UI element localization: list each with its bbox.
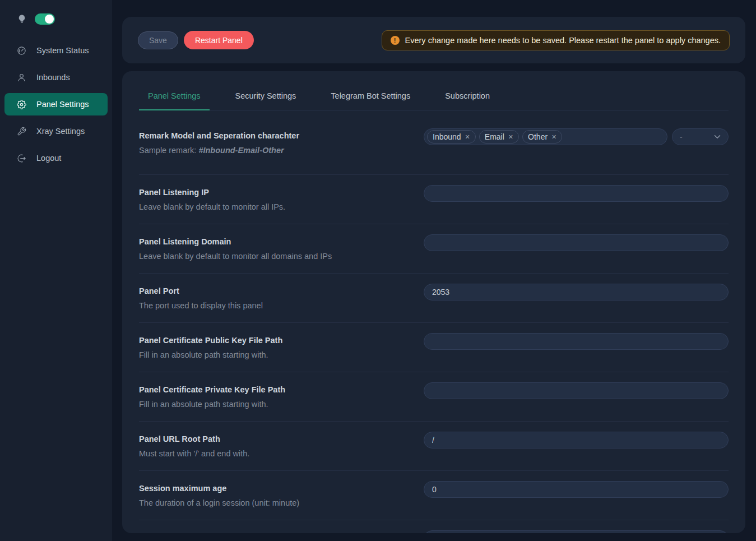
sample-remark-text: #Inbound-Email-Other: [198, 146, 284, 155]
session-max-age-input[interactable]: [424, 481, 729, 498]
sidebar: System Status Inbounds Panel Settings: [0, 0, 112, 541]
chevron-down-icon: [714, 135, 721, 139]
panel-port-input[interactable]: [424, 284, 729, 300]
row-label: Panel Listening IP: [139, 187, 401, 198]
form-row-session-max-age: Session maximum age The duration of a lo…: [139, 471, 729, 520]
cert-private-key-input[interactable]: [424, 382, 729, 399]
row-description: Must start with '/' and end with.: [139, 448, 401, 459]
theme-toggle-row: [0, 0, 112, 28]
row-description: Fill in an absolute path starting with.: [139, 399, 401, 410]
tab-security-settings[interactable]: Security Settings: [226, 91, 305, 110]
wrench-icon: [17, 127, 26, 136]
sidebar-item-label: Xray Settings: [36, 127, 85, 136]
form-row-cert-private-key: Panel Certificate Private Key File Path …: [139, 372, 729, 422]
row-description: The port used to display this panel: [139, 300, 401, 311]
row-label: Remark Model and Seperation charachter: [139, 130, 401, 141]
sidebar-item-xray-settings[interactable]: Xray Settings: [4, 120, 108, 142]
sidebar-item-panel-settings[interactable]: Panel Settings: [4, 93, 108, 115]
sidebar-item-label: Logout: [36, 154, 61, 163]
dark-mode-toggle[interactable]: [35, 13, 55, 25]
row-input-col: [424, 185, 729, 202]
row-input-col: [424, 481, 729, 498]
partial-row-input[interactable]: [424, 530, 729, 533]
row-label-col: Panel Port The port used to display this…: [139, 285, 424, 311]
remove-tag-icon[interactable]: ✕: [465, 134, 470, 140]
sidebar-item-label: System Status: [36, 46, 89, 55]
settings-card: Panel Settings Security Settings Telegra…: [122, 71, 745, 533]
row-description: Sample remark: #Inbound-Email-Other: [139, 145, 401, 156]
form-row-listening-ip: Panel Listening IP Leave blank by defaul…: [139, 175, 729, 224]
tag-label: Inbound: [433, 132, 461, 141]
row-input-col: [424, 234, 729, 251]
row-label-col: Session maximum age The duration of a lo…: [139, 483, 424, 508]
row-label: Session maximum age: [139, 483, 401, 494]
row-description-prefix: Sample remark:: [139, 146, 198, 155]
sidebar-menu: System Status Inbounds Panel Settings: [0, 35, 112, 174]
listening-ip-input[interactable]: [424, 185, 729, 202]
sidebar-item-label: Panel Settings: [36, 100, 89, 109]
row-label-col: Panel URL Root Path Must start with '/' …: [139, 433, 424, 459]
tab-panel-settings[interactable]: Panel Settings: [139, 91, 210, 110]
row-label: Panel Certificate Public Key File Path: [139, 335, 401, 346]
form-row-listening-domain: Panel Listening Domain Leave blank by de…: [139, 224, 729, 274]
settings-tabs: Panel Settings Security Settings Telegra…: [139, 71, 729, 110]
row-description: The duration of a login session (unit: m…: [139, 497, 401, 508]
tag-other[interactable]: Other ✕: [522, 130, 562, 144]
row-description: Fill in an absolute path starting with.: [139, 349, 401, 360]
alert-text: Every change made here needs to be saved…: [405, 36, 721, 45]
row-input-col: Inbound ✕ Email ✕ Other ✕ -: [424, 128, 729, 145]
listening-domain-input[interactable]: [424, 234, 729, 251]
lightbulb-icon: [17, 14, 27, 24]
restart-warning-alert: ! Every change made here needs to be sav…: [382, 30, 730, 50]
select-value: -: [680, 132, 683, 141]
row-description: Leave blank by default to monitor all do…: [139, 251, 401, 262]
restart-panel-button[interactable]: Restart Panel: [184, 31, 254, 49]
dashboard-icon: [17, 46, 26, 56]
row-input-col: [424, 382, 729, 399]
row-label: Panel Certificate Private Key File Path: [139, 384, 401, 395]
row-label-col: Remark Model and Seperation charachter S…: [139, 130, 424, 156]
tag-label: Other: [528, 132, 548, 141]
row-input-col: [424, 333, 729, 350]
row-label: Panel Port: [139, 285, 401, 297]
form-row-cert-public-key: Panel Certificate Public Key File Path F…: [139, 323, 729, 372]
row-label: Panel URL Root Path: [139, 433, 401, 445]
tag-label: Email: [485, 132, 504, 141]
panel-settings-form: Remark Model and Seperation charachter S…: [139, 110, 729, 533]
row-input-col: [424, 432, 729, 448]
tab-telegram-bot-settings[interactable]: Telegram Bot Settings: [322, 91, 419, 110]
tab-subscription[interactable]: Subscription: [436, 91, 499, 110]
sidebar-item-logout[interactable]: Logout: [4, 147, 108, 169]
sidebar-item-label: Inbounds: [36, 73, 70, 82]
gear-icon: [17, 100, 26, 109]
row-label: Panel Listening Domain: [139, 236, 401, 247]
cert-public-key-input[interactable]: [424, 333, 729, 350]
row-description: Leave blank by default to monitor all IP…: [139, 201, 401, 212]
remark-tags-input[interactable]: Inbound ✕ Email ✕ Other ✕: [424, 128, 667, 145]
remove-tag-icon[interactable]: ✕: [508, 134, 513, 140]
sidebar-item-system-status[interactable]: System Status: [4, 39, 108, 62]
toolbar-card: Save Restart Panel ! Every change made h…: [122, 17, 745, 63]
row-label-col: Panel Listening IP Leave blank by defaul…: [139, 187, 424, 212]
url-root-path-input[interactable]: [424, 432, 729, 448]
warning-icon: !: [391, 36, 400, 45]
row-label-col: Panel Certificate Private Key File Path …: [139, 384, 424, 410]
main-content: Save Restart Panel ! Every change made h…: [112, 0, 756, 541]
tag-email[interactable]: Email ✕: [479, 130, 519, 144]
logout-icon: [17, 154, 26, 163]
remove-tag-icon[interactable]: ✕: [551, 134, 556, 140]
form-row-panel-port: Panel Port The port used to display this…: [139, 274, 729, 323]
row-input-col: [424, 530, 729, 533]
row-input-col: [424, 284, 729, 300]
form-row-partial: [139, 520, 729, 533]
save-button[interactable]: Save: [138, 31, 178, 49]
form-row-remark-model: Remark Model and Seperation charachter S…: [139, 110, 729, 175]
row-label-col: Panel Certificate Public Key File Path F…: [139, 335, 424, 360]
tag-inbound[interactable]: Inbound ✕: [427, 130, 476, 144]
form-row-url-root-path: Panel URL Root Path Must start with '/' …: [139, 422, 729, 471]
separator-select[interactable]: -: [672, 128, 729, 145]
row-label-col: Panel Listening Domain Leave blank by de…: [139, 236, 424, 262]
user-icon: [17, 73, 26, 82]
sidebar-item-inbounds[interactable]: Inbounds: [4, 66, 108, 89]
toggle-knob: [45, 15, 54, 24]
